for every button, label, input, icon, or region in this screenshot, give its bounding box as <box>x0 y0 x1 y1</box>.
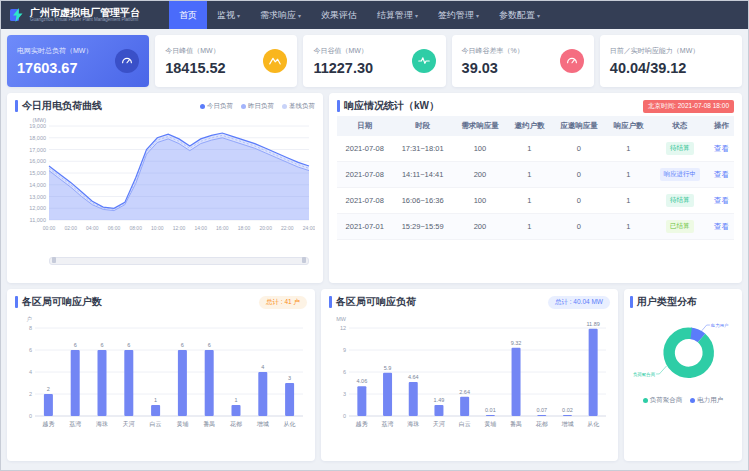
svg-text:12:00: 12:00 <box>173 225 186 231</box>
nav-item-label: 参数配置 <box>499 9 535 22</box>
stat-label: 电网实时总负荷（MW） <box>17 46 92 56</box>
stat-card-4: 今日峰谷差率（%）39.03 <box>452 35 594 87</box>
legend-dot-icon <box>643 398 648 403</box>
svg-text:18,000: 18,000 <box>29 135 46 141</box>
peak-wave-icon <box>263 49 287 73</box>
svg-text:户: 户 <box>27 316 33 322</box>
table-cell: 1 <box>606 162 651 188</box>
nav-item-label: 效果评估 <box>321 9 357 22</box>
legend-label: 负荷聚合商 <box>650 396 683 405</box>
chevron-down-icon: ▾ <box>476 12 479 19</box>
column-header: 时段 <box>393 116 453 136</box>
svg-text:6: 6 <box>100 342 103 348</box>
svg-text:增城: 增城 <box>257 421 269 428</box>
legend-item[interactable]: 基线负荷 <box>282 102 315 111</box>
view-link[interactable]: 查看 <box>714 144 729 153</box>
svg-text:12,000: 12,000 <box>29 205 46 211</box>
legend-dot-icon <box>200 104 205 109</box>
svg-text:3: 3 <box>343 391 346 397</box>
stat-value: 11227.30 <box>313 60 373 76</box>
nav-item-2[interactable]: 监视▾ <box>207 1 250 29</box>
nav-item-label: 需求响应 <box>260 9 296 22</box>
svg-text:6: 6 <box>127 342 130 348</box>
nav-item-3[interactable]: 需求响应▾ <box>250 1 311 29</box>
table-cell: 2021-07-08 <box>337 188 393 214</box>
table-cell: 1 <box>606 188 651 214</box>
chart-range-slider[interactable] <box>49 257 309 265</box>
svg-text:白云: 白云 <box>150 421 162 428</box>
total-load-badge: 总计 : 40.04 MW <box>548 296 610 309</box>
svg-text:16,000: 16,000 <box>29 158 46 164</box>
view-link[interactable]: 查看 <box>714 196 729 205</box>
svg-text:1.49: 1.49 <box>434 397 445 403</box>
status-badge: 响应进行中 <box>660 168 701 181</box>
table-cell: 响应进行中 <box>651 162 709 188</box>
svg-text:6: 6 <box>29 347 32 353</box>
view-link[interactable]: 查看 <box>714 222 729 231</box>
svg-text:16:00: 16:00 <box>216 225 229 231</box>
svg-text:黄埔: 黄埔 <box>176 421 188 427</box>
svg-text:00:00: 00:00 <box>43 225 56 231</box>
table-cell: 查看 <box>709 162 734 188</box>
table-row: 2021-07-0814:11~14:41200101响应进行中查看 <box>337 162 734 188</box>
stat-card-3: 今日谷值（MW）11227.30 <box>303 35 445 87</box>
nav-item-label: 结算管理 <box>377 9 413 22</box>
svg-text:6: 6 <box>343 369 346 375</box>
table-cell: 已结算 <box>651 214 709 240</box>
table-cell: 17:31~18:01 <box>393 136 453 162</box>
legend-item[interactable]: 负荷聚合商 <box>643 396 683 405</box>
nav-item-1[interactable]: 首页 <box>169 1 207 29</box>
table-cell: 查看 <box>709 214 734 240</box>
district-load-panel: 各区局可响应负荷 总计 : 40.04 MW 036912MW4.06越秀5.9… <box>321 289 618 461</box>
slider-handle-left[interactable] <box>52 257 56 263</box>
svg-text:0: 0 <box>29 413 32 419</box>
pulse-icon <box>412 49 436 73</box>
legend-dot-icon <box>282 104 287 109</box>
table-cell: 16:06~16:36 <box>393 188 453 214</box>
svg-text:19,000: 19,000 <box>29 123 46 129</box>
total-households-badge: 总计 : 41 户 <box>259 296 307 309</box>
district-households-chart: 02468户2越秀6荔湾6海珠6天河1白云6黄埔6番禺1花都4增城3从化 <box>15 312 307 446</box>
svg-text:番禺: 番禺 <box>510 420 522 428</box>
view-link[interactable]: 查看 <box>714 170 729 179</box>
nav-item-6[interactable]: 签约管理▾ <box>428 1 489 29</box>
load-curve-panel: 今日用电负荷曲线 今日负荷昨日负荷基线负荷 11,00012,00013,000… <box>7 93 323 283</box>
legend-item[interactable]: 今日负荷 <box>200 102 233 111</box>
nav-item-5[interactable]: 结算管理▾ <box>367 1 428 29</box>
legend-item[interactable]: 电力用户 <box>690 396 723 405</box>
legend-dot-icon <box>241 104 246 109</box>
legend-item[interactable]: 昨日负荷 <box>241 102 274 111</box>
slider-handle-right[interactable] <box>302 257 306 263</box>
svg-text:2.64: 2.64 <box>459 389 470 395</box>
svg-text:9: 9 <box>343 347 346 353</box>
panel-title-district-households: 各区局可响应户数 <box>15 295 102 309</box>
response-table: 日期时段需求响应量邀约户数应邀响应量响应户数状态操作 2021-07-0817:… <box>337 116 734 240</box>
table-row: 2021-07-0816:06~16:36100101待结算查看 <box>337 188 734 214</box>
status-badge: 已结算 <box>666 220 694 233</box>
status-badge: 待结算 <box>666 142 694 155</box>
panel-title-load-curve: 今日用电负荷曲线 <box>15 99 102 113</box>
svg-text:电力用户: 电力用户 <box>711 323 729 328</box>
svg-text:海珠: 海珠 <box>96 421 108 427</box>
middle-row: 今日用电负荷曲线 今日负荷昨日负荷基线负荷 11,00012,00013,000… <box>1 93 748 283</box>
svg-text:2: 2 <box>29 391 32 397</box>
svg-text:24:00: 24:00 <box>303 225 315 231</box>
svg-text:越秀: 越秀 <box>42 420 54 428</box>
svg-text:增城: 增城 <box>561 421 573 428</box>
legend-label: 昨日负荷 <box>248 102 274 111</box>
nav-item-7[interactable]: 参数配置▾ <box>489 1 550 29</box>
navbar: 广州市虚拟电厂管理平台 Guangzhou Virtual Power Plan… <box>1 1 748 29</box>
stat-label: 今日峰谷差率（%） <box>462 46 524 56</box>
column-header: 状态 <box>651 116 709 136</box>
table-cell: 2021-07-08 <box>337 136 393 162</box>
chevron-down-icon: ▾ <box>237 12 240 19</box>
svg-text:荔湾: 荔湾 <box>69 420 81 428</box>
nav-item-4[interactable]: 效果评估 <box>311 1 367 29</box>
table-row: 2021-07-0817:31~18:01100101待结算查看 <box>337 136 734 162</box>
svg-text:海珠: 海珠 <box>407 421 419 427</box>
nav-item-label: 监视 <box>217 9 235 22</box>
svg-text:(MW): (MW) <box>33 117 47 123</box>
table-cell: 2021-07-01 <box>337 214 393 240</box>
svg-text:12: 12 <box>340 325 346 331</box>
svg-text:6: 6 <box>208 342 211 348</box>
